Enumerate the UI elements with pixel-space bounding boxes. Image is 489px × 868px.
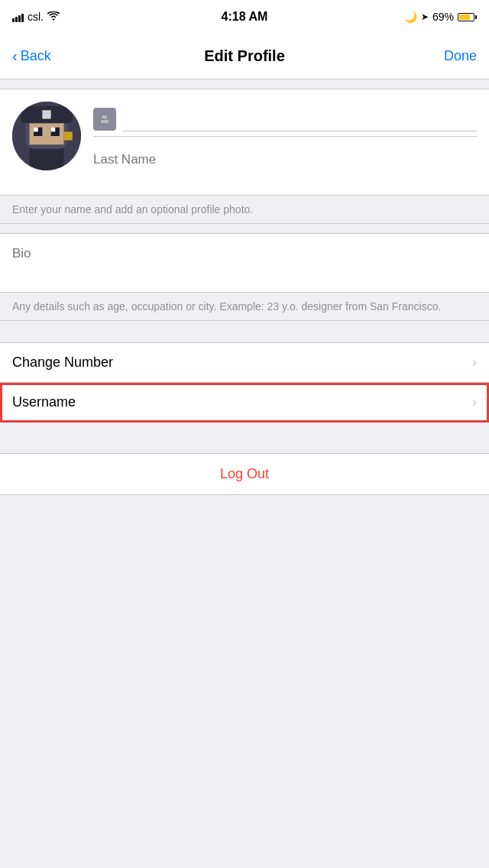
status-right: 🌙 ➤ 69%	[404, 11, 477, 23]
done-button[interactable]: Done	[444, 48, 477, 64]
last-name-input[interactable]	[93, 144, 477, 175]
logout-section: Log Out	[0, 453, 489, 495]
profile-section	[0, 89, 489, 196]
status-time: 4:18 AM	[222, 10, 268, 24]
change-number-label: Change Number	[12, 355, 113, 371]
back-button[interactable]: ‹ Back	[12, 47, 51, 65]
svg-rect-10	[42, 110, 50, 118]
logout-button[interactable]: Log Out	[0, 454, 489, 494]
moon-icon: 🌙	[404, 11, 417, 23]
change-number-item[interactable]: Change Number ›	[0, 343, 489, 383]
svg-rect-7	[34, 128, 38, 132]
change-number-right: ›	[466, 355, 477, 371]
svg-rect-8	[51, 128, 56, 132]
first-name-row	[93, 102, 477, 137]
first-name-icon	[93, 108, 116, 131]
username-label: Username	[12, 394, 76, 410]
back-label[interactable]: Back	[21, 48, 51, 64]
nav-bar: ‹ Back Edit Profile Done	[0, 34, 489, 79]
wifi-icon	[47, 11, 60, 23]
page-title: Edit Profile	[204, 47, 285, 65]
chevron-left-icon: ‹	[12, 47, 18, 65]
list-section: Change Number › Username ›	[0, 342, 489, 423]
username-item[interactable]: Username ›	[0, 383, 489, 423]
carrier-label: csl.	[28, 11, 44, 23]
status-bar: csl. 4:18 AM 🌙 ➤ 69%	[0, 0, 489, 34]
location-icon: ➤	[421, 11, 429, 22]
username-right: ›	[466, 394, 477, 410]
svg-rect-11	[64, 131, 73, 140]
bio-description: Any details such as age, occupation or c…	[0, 293, 489, 321]
bio-input[interactable]	[0, 234, 489, 289]
svg-point-0	[53, 18, 54, 20]
signal-icon	[12, 11, 24, 22]
avatar[interactable]	[12, 102, 81, 170]
name-fields	[93, 102, 477, 183]
bio-section	[0, 233, 489, 293]
chevron-right-icon: ›	[472, 355, 477, 371]
username-chevron-icon: ›	[472, 394, 477, 410]
last-name-row	[93, 137, 477, 183]
svg-rect-14	[101, 120, 108, 123]
status-left: csl.	[12, 11, 60, 23]
svg-rect-13	[102, 115, 107, 118]
battery-icon	[458, 13, 477, 21]
battery-percent: 69%	[432, 11, 454, 23]
profile-description: Enter your name and add an optional prof…	[0, 196, 489, 224]
svg-rect-12	[99, 113, 111, 125]
first-name-input[interactable]	[122, 106, 477, 131]
